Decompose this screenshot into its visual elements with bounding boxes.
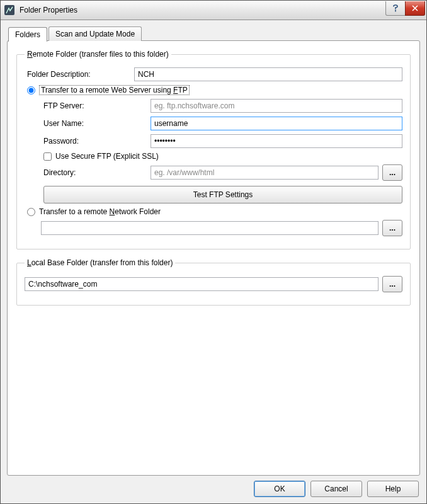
folder-description-label: Folder Description: bbox=[25, 70, 134, 79]
secure-ftp-label: Use Secure FTP (Explicit SSL) bbox=[55, 152, 159, 161]
directory-row: Directory: ... bbox=[25, 164, 402, 181]
title-bar: Folder Properties bbox=[1, 1, 426, 20]
local-path-input[interactable] bbox=[25, 277, 379, 291]
remote-folder-legend: Remote Folder (transfer files to this fo… bbox=[25, 50, 171, 59]
transfer-network-radio-row: Transfer to a remote Network Folder bbox=[25, 207, 402, 216]
transfer-ftp-label: Transfer to a remote Web Server using FT… bbox=[39, 85, 190, 95]
dialog-window: Folder Properties Folders Scan and Updat… bbox=[0, 0, 427, 504]
local-browse-button[interactable]: ... bbox=[382, 276, 402, 292]
test-ftp-button[interactable]: Test FTP Settings bbox=[43, 186, 402, 203]
help-window-button[interactable] bbox=[385, 1, 406, 16]
tab-panel-folders: Remote Folder (transfer files to this fo… bbox=[7, 40, 420, 476]
secure-ftp-row: Use Secure FTP (Explicit SSL) bbox=[43, 152, 402, 161]
folder-description-row: Folder Description: bbox=[25, 67, 402, 81]
transfer-network-label: Transfer to a remote Network Folder bbox=[39, 207, 161, 216]
ok-button[interactable]: OK bbox=[254, 481, 305, 497]
local-folder-legend: Local Base Folder (transfer from this fo… bbox=[25, 258, 175, 267]
password-row: Password: bbox=[25, 134, 402, 148]
transfer-ftp-radio[interactable] bbox=[27, 86, 35, 94]
ftp-server-input[interactable] bbox=[151, 99, 402, 113]
password-input[interactable] bbox=[151, 134, 402, 148]
remote-folder-group: Remote Folder (transfer files to this fo… bbox=[16, 50, 411, 249]
directory-browse-button[interactable]: ... bbox=[382, 164, 402, 181]
tab-scan-update[interactable]: Scan and Update Mode bbox=[48, 26, 142, 41]
transfer-ftp-radio-row: Transfer to a remote Web Server using FT… bbox=[25, 85, 402, 95]
user-name-input[interactable] bbox=[151, 117, 402, 130]
local-folder-group: Local Base Folder (transfer from this fo… bbox=[16, 258, 411, 306]
folder-description-input[interactable] bbox=[134, 67, 402, 81]
ftp-server-label: FTP Server: bbox=[25, 101, 151, 110]
user-name-row: User Name: bbox=[25, 117, 402, 130]
window-buttons bbox=[386, 1, 425, 15]
secure-ftp-checkbox[interactable] bbox=[43, 152, 52, 161]
directory-label: Directory: bbox=[25, 168, 151, 177]
window-title: Folder Properties bbox=[18, 6, 386, 14]
transfer-network-radio[interactable] bbox=[27, 208, 35, 216]
close-window-button[interactable] bbox=[405, 1, 425, 16]
tab-strip: Folders Scan and Update Mode bbox=[8, 26, 420, 41]
local-path-row: ... bbox=[25, 276, 402, 292]
cancel-button[interactable]: Cancel bbox=[310, 481, 362, 497]
ftp-server-row: FTP Server: bbox=[25, 99, 402, 113]
directory-input[interactable] bbox=[151, 166, 379, 180]
help-button[interactable]: Help bbox=[367, 481, 419, 497]
user-name-label: User Name: bbox=[25, 119, 151, 128]
network-path-input[interactable] bbox=[41, 221, 379, 235]
password-label: Password: bbox=[25, 137, 151, 146]
client-area: Folders Scan and Update Mode Remote Fold… bbox=[1, 20, 426, 503]
tab-container: Folders Scan and Update Mode Remote Fold… bbox=[7, 26, 420, 476]
app-icon bbox=[4, 5, 14, 15]
dialog-footer: OK Cancel Help bbox=[7, 476, 420, 498]
network-path-row: ... bbox=[41, 220, 402, 236]
network-browse-button[interactable]: ... bbox=[382, 220, 402, 236]
tab-folders[interactable]: Folders bbox=[8, 27, 47, 42]
